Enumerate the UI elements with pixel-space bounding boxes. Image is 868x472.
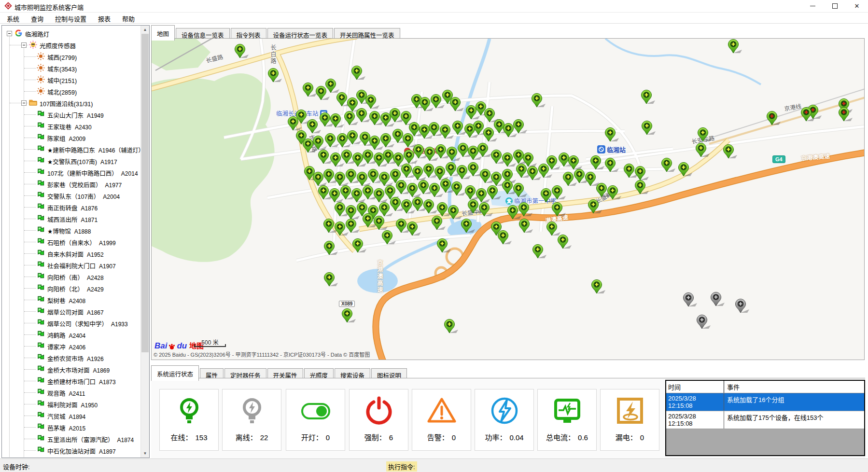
tree-device-13[interactable]: 社会福利院大门口A1907 [2,259,141,271]
device-marker-online[interactable] [382,230,398,246]
device-marker-online[interactable] [316,86,332,102]
tree-device-12[interactable]: 自来水斜对面A1952 [2,248,141,259]
scroll-thumb[interactable] [141,34,149,352]
device-marker-online[interactable] [588,199,604,215]
device-marker-online[interactable] [437,238,453,254]
device-marker-forced[interactable] [801,107,817,123]
status-card-warning[interactable]: 告警：0 [412,389,471,451]
device-marker-online[interactable] [235,44,251,60]
device-marker-forced[interactable] [839,107,855,123]
tree-device-2[interactable]: 陈家组A2009 [2,132,141,143]
tree-sensor-0[interactable]: 城西(2799) [2,51,141,62]
device-marker-online[interactable] [635,180,651,196]
menu-item-2[interactable]: 控制与设置 [50,13,91,25]
tree-device-27[interactable]: 芭茅塘A2015 [2,421,141,433]
event-row-0[interactable]: 2025/3/28 12:15:08系统加载了16个分组 [666,393,864,411]
device-marker-online[interactable] [324,272,340,288]
device-marker-online[interactable] [432,216,448,232]
device-marker-online[interactable] [440,125,456,140]
device-marker-online[interactable] [464,124,481,139]
device-marker-online[interactable] [590,155,607,171]
device-marker-online[interactable] [351,66,368,82]
device-marker-online[interactable] [342,308,358,324]
close-button[interactable]: ✕ [846,0,868,12]
device-marker-online[interactable] [352,153,369,168]
tree-root[interactable]: 临湘路灯 [2,28,141,39]
device-marker-online[interactable] [607,185,624,201]
tree-device-8[interactable]: 南正街转盘A1876 [2,201,141,213]
device-marker-online[interactable] [420,97,436,113]
device-marker-online[interactable] [450,97,466,113]
device-marker-online[interactable] [324,241,340,257]
tree-device-16[interactable]: 梨树巷A2408 [2,294,141,305]
device-marker-online[interactable] [344,111,361,127]
device-marker-online[interactable] [407,222,423,237]
tree-device-10[interactable]: ★博物馆A1888 [2,224,141,236]
tree-device-1[interactable]: 王家珑巷A2430 [2,120,141,132]
event-row-1[interactable]: 2025/3/28 12:15:08系统加载了175个设备，在线153个 [666,411,864,429]
tree-device-26[interactable]: 汽贸城A1894 [2,410,141,421]
main-tab-0[interactable]: 地图 [151,25,175,41]
tree-device-5[interactable]: 107北（建新中路路口西）A2014 [2,167,141,178]
tree-group-sensors[interactable]: 光照度传感器 [2,39,141,51]
tree-device-18[interactable]: 烟草公司（求知中学）A1933 [2,317,141,329]
status-card-toggle-on[interactable]: 开灯：0 [286,389,345,451]
maximize-button[interactable] [824,0,846,12]
device-marker-online[interactable] [558,235,574,250]
device-marker-online[interactable] [419,125,435,140]
device-marker-online[interactable] [424,147,441,163]
device-marker-online[interactable] [401,199,418,215]
device-marker-online[interactable] [335,222,351,237]
tree-device-14[interactable]: 向阳桥（南）A2428 [2,271,141,282]
status-card-meter[interactable]: 总电流：0.6 [537,389,597,451]
bottom-tab-0[interactable]: 系统运行状态 [151,365,199,381]
tree-device-6[interactable]: 彭家巷（党校后面）A1977 [2,178,141,190]
expand-collapse-icon[interactable] [7,31,12,36]
device-marker-online[interactable] [532,244,549,260]
map-view[interactable]: 长盛路长白路长盛路临湘长途汽车站★临湘市政府临湘站长安东路京港线京港澳高速文临湘… [151,38,865,360]
device-marker-online[interactable] [374,216,390,232]
device-marker-online[interactable] [447,147,463,163]
menu-item-1[interactable]: 查询 [26,13,48,25]
device-marker-online[interactable] [479,202,495,218]
status-card-leakage[interactable]: 漏电：0 [600,389,659,451]
tree-group-devices[interactable]: 107国道沿线(31/31) [2,97,141,109]
column-time[interactable]: 时间 [666,381,724,393]
tree-device-21[interactable]: 金桥农贸市场A1926 [2,352,141,363]
device-marker-online[interactable] [661,158,678,174]
device-marker-online[interactable] [429,183,446,199]
menu-item-0[interactable]: 系统 [2,13,24,25]
device-marker-offline[interactable] [735,299,752,315]
event-log-table[interactable]: 时间事件2025/3/28 12:15:08系统加载了16个分组2025/3/2… [665,380,865,456]
device-marker-online[interactable] [466,105,482,121]
device-marker-online[interactable] [330,113,347,129]
device-marker-online[interactable] [532,93,548,109]
tree-sensor-1[interactable]: 城东(3543) [2,62,141,74]
device-marker-online[interactable] [457,165,473,181]
tree-device-0[interactable]: 五尖山大门东A1949 [2,109,141,120]
device-marker-online[interactable] [498,230,514,246]
column-event[interactable]: 事件 [724,381,864,393]
tree-device-4[interactable]: ★交警队西(107南)A1917 [2,155,141,167]
device-marker-online[interactable] [641,90,658,106]
expand-collapse-icon[interactable] [21,100,27,106]
device-marker-online[interactable] [483,127,500,143]
expand-collapse-icon[interactable] [21,42,27,48]
device-marker-online[interactable] [642,121,658,137]
status-card-power[interactable]: 强制：6 [349,389,408,451]
device-marker-online[interactable] [330,153,347,168]
device-marker-online[interactable] [723,144,740,160]
device-marker-online[interactable] [468,146,484,162]
device-marker-online[interactable] [461,219,477,235]
device-marker-online[interactable] [696,143,712,159]
tree-device-23[interactable]: 金桥建材市场门口A1873 [2,375,141,387]
tree-device-3[interactable]: ★建新中路路口东A1946（辅道灯） [2,143,141,155]
status-card-bulb-off[interactable]: 离线：22 [222,389,281,451]
tree-scrollbar[interactable]: ▲ ▼ [140,26,149,458]
tree-device-7[interactable]: 交警队东（107南）A2004 [2,190,141,201]
tree-device-22[interactable]: 金桥大市场对面A1869 [2,363,141,375]
menu-item-3[interactable]: 报表 [93,13,115,25]
tree-device-15[interactable]: 向阳桥（北）A2429 [2,282,141,294]
tree-device-9[interactable]: 城西派出所A1871 [2,213,141,224]
device-marker-online[interactable] [698,127,714,143]
